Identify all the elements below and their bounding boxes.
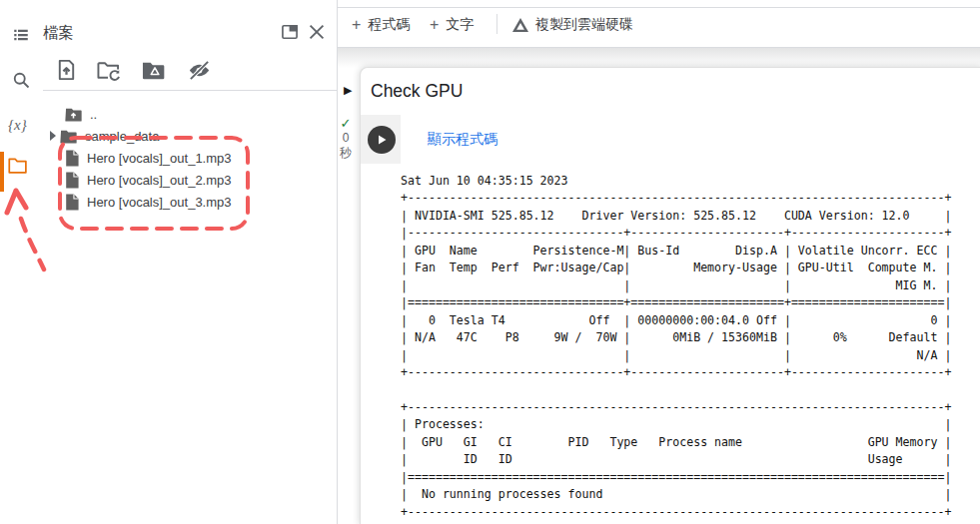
refresh-folder-icon[interactable] <box>96 59 121 82</box>
tree-label: Hero [vocals]_out_2.mp3 <box>87 173 232 188</box>
tree-row-file[interactable]: Hero [vocals]_out_1.mp3 <box>40 147 330 169</box>
chevron-right-icon[interactable] <box>40 131 60 141</box>
file-icon <box>65 172 79 189</box>
tree-label: Hero [vocals]_out_1.mp3 <box>87 151 232 166</box>
success-check-icon: ✓ <box>341 116 352 131</box>
tree-label: Hero [vocals]_out_3.mp3 <box>87 195 232 210</box>
toolbar-divider <box>43 90 338 91</box>
add-text-label: 文字 <box>446 16 474 34</box>
drive-icon <box>512 18 528 32</box>
tree-row-file[interactable]: Hero [vocals]_out_2.mp3 <box>40 169 330 191</box>
tree-label: .. <box>90 107 97 122</box>
execution-time-value: 0 <box>343 131 350 146</box>
copy-to-drive-label: 複製到雲端硬碟 <box>535 16 633 34</box>
colab-window: {x} 檔案 <box>0 0 980 524</box>
add-text-button[interactable]: + 文字 <box>430 14 474 36</box>
tree-label: sample_data <box>85 129 159 144</box>
parent-folder-icon <box>65 107 82 122</box>
run-cell-button[interactable] <box>368 126 396 154</box>
plus-icon: + <box>352 17 361 33</box>
cell-title: Check GPU <box>371 81 463 102</box>
file-icon <box>65 194 79 211</box>
tree-row-sample-data[interactable]: sample_data <box>40 125 330 147</box>
table-of-contents-icon[interactable] <box>11 26 31 44</box>
upload-file-icon[interactable] <box>55 58 78 82</box>
red-annotation-overlay <box>0 0 340 524</box>
detach-panel-icon[interactable] <box>280 22 300 42</box>
mount-drive-icon[interactable] <box>141 59 166 82</box>
plus-icon: + <box>430 17 439 33</box>
file-icon <box>65 150 79 167</box>
toolbar-shadow <box>338 48 980 68</box>
files-folder-icon[interactable] <box>7 156 28 175</box>
active-rail-indicator <box>0 152 4 192</box>
copy-to-drive-button[interactable]: 複製到雲端硬碟 <box>512 14 633 36</box>
toolbar-separator <box>496 14 497 34</box>
add-code-button[interactable]: + 程式碼 <box>352 14 410 36</box>
panel-divider <box>337 0 338 524</box>
variables-icon[interactable]: {x} <box>8 117 27 134</box>
collapse-cell-icon[interactable]: ▶ <box>344 84 352 97</box>
tree-row-file[interactable]: Hero [vocals]_out_3.mp3 <box>40 191 330 213</box>
tree-row-parent-dir[interactable]: .. <box>40 103 330 125</box>
execution-status: ✓ 0 秒 <box>333 116 359 161</box>
hide-hidden-files-icon[interactable] <box>187 59 212 82</box>
close-panel-icon[interactable] <box>306 21 328 43</box>
show-code-link[interactable]: 顯示程式碼 <box>428 131 497 149</box>
search-icon[interactable] <box>11 70 31 90</box>
folder-icon <box>60 129 77 144</box>
execution-time-unit: 秒 <box>340 146 352 161</box>
file-panel-title: 檔案 <box>43 23 74 44</box>
main-top-border <box>338 7 980 8</box>
nvidia-smi-output: Sat Jun 10 04:35:15 2023 +--------------… <box>401 173 951 521</box>
add-code-label: 程式碼 <box>368 16 410 34</box>
notebook-cell: Check GPU 顯示程式碼 Sat Jun 10 04:35:15 2023… <box>360 67 980 524</box>
